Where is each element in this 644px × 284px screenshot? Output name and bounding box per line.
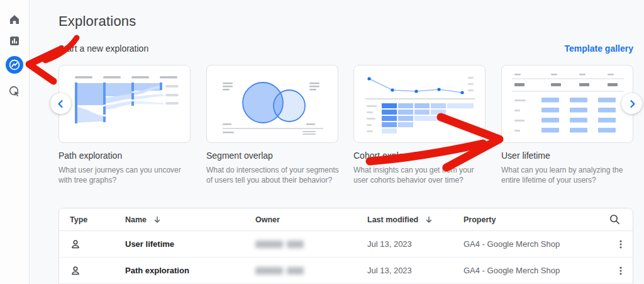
row-owner-redacted: [255, 258, 304, 283]
template-title: Segment overlap: [206, 151, 340, 161]
cohort-grid-graphic: [354, 65, 486, 143]
nav-reports[interactable]: [8, 35, 21, 47]
table-search[interactable]: [609, 208, 621, 230]
column-label-last-modified: Last modified: [367, 215, 418, 224]
template-description: What insights can you get from your user…: [353, 165, 487, 185]
template-card-cohort-exploration[interactable]: [353, 65, 486, 143]
template-card-user-lifetime[interactable]: [501, 65, 633, 143]
row-last-modified: Jul 13, 2023: [367, 258, 412, 283]
table-header-row: Type Name Owner Last modified Property: [59, 208, 633, 231]
more-vert-icon: [615, 265, 626, 276]
column-header-owner: Owner: [255, 208, 280, 230]
explorations-page: Explorations Start a new exploration Tem…: [0, 0, 644, 284]
explorations-table: Type Name Owner Last modified Property: [58, 208, 633, 284]
chevron-left-icon: [56, 99, 66, 109]
chevron-right-icon: [627, 99, 637, 109]
venn-diagram-graphic: [207, 65, 338, 143]
row-more-actions-button[interactable]: [614, 264, 628, 278]
home-icon: [8, 13, 21, 26]
person-icon: [70, 265, 81, 276]
start-exploration-label: Start a new exploration: [58, 43, 148, 54]
row-owner-redacted: [255, 231, 304, 257]
template-card-path-exploration[interactable]: [58, 65, 191, 143]
caption-cohort-exploration: Cohort exploration What insights can you…: [353, 151, 487, 185]
data-table-graphic: [502, 65, 633, 143]
carousel-next-button[interactable]: [621, 93, 642, 114]
blurred-owner-name: [255, 267, 304, 275]
row-type-cell: [70, 231, 81, 257]
explore-icon: [6, 56, 23, 74]
column-header-name[interactable]: Name: [125, 208, 162, 230]
advertising-icon: [8, 85, 21, 98]
column-label-name: Name: [125, 215, 147, 224]
left-nav-sidebar: [0, 0, 30, 284]
more-vert-icon: [615, 239, 626, 250]
nav-advertising[interactable]: [8, 85, 21, 98]
template-description: What user journeys can you uncover with …: [58, 165, 192, 185]
template-title: User lifetime: [501, 151, 635, 161]
table-row-user-lifetime[interactable]: User lifetime Jul 13, 2023 GA4 - Google …: [59, 231, 633, 258]
column-header-type: Type: [70, 208, 87, 230]
table-row-path-exploration[interactable]: Path exploration Jul 13, 2023 GA4 - Goog…: [59, 258, 633, 284]
column-label-type: Type: [70, 215, 87, 224]
row-name[interactable]: User lifetime: [125, 231, 174, 257]
column-label-property: Property: [464, 215, 496, 224]
template-title: Cohort exploration: [353, 151, 487, 161]
sort-descending-icon: [425, 215, 433, 224]
caption-path-exploration: Path exploration What user journeys can …: [58, 151, 192, 185]
caption-segment-overlap: Segment overlap What do intersections of…: [206, 151, 340, 185]
sort-descending-icon: [153, 215, 162, 224]
template-description: What do intersections of your segments o…: [206, 165, 340, 185]
row-property: GA4 - Google Merch Shop: [464, 231, 560, 257]
caption-user-lifetime: User lifetime What can you learn by anal…: [501, 151, 635, 185]
subheader-row: Start a new exploration Template gallery: [58, 43, 633, 54]
sankey-diagram-graphic: [59, 65, 191, 143]
column-header-last-modified[interactable]: Last modified: [367, 208, 433, 230]
search-icon: [609, 213, 621, 225]
page-title: Explorations: [58, 13, 136, 30]
reports-icon: [8, 35, 21, 47]
row-more-actions-button[interactable]: [614, 237, 628, 251]
row-property: GA4 - Google Merch Shop: [464, 258, 560, 283]
row-type-cell: [70, 258, 81, 283]
column-header-property: Property: [464, 208, 496, 230]
row-last-modified: Jul 13, 2023: [367, 231, 412, 257]
template-description: What can you learn by analyzing the enti…: [501, 165, 635, 185]
column-label-owner: Owner: [255, 215, 280, 224]
row-name[interactable]: Path exploration: [125, 258, 189, 283]
person-icon: [70, 239, 81, 250]
nav-home[interactable]: [8, 13, 21, 26]
template-gallery-link[interactable]: Template gallery: [565, 43, 633, 54]
template-card-segment-overlap[interactable]: [206, 65, 338, 143]
nav-explore-selected[interactable]: [6, 56, 23, 74]
blurred-owner-name: [255, 241, 304, 248]
template-title: Path exploration: [58, 151, 192, 161]
carousel-prev-button[interactable]: [50, 93, 71, 114]
